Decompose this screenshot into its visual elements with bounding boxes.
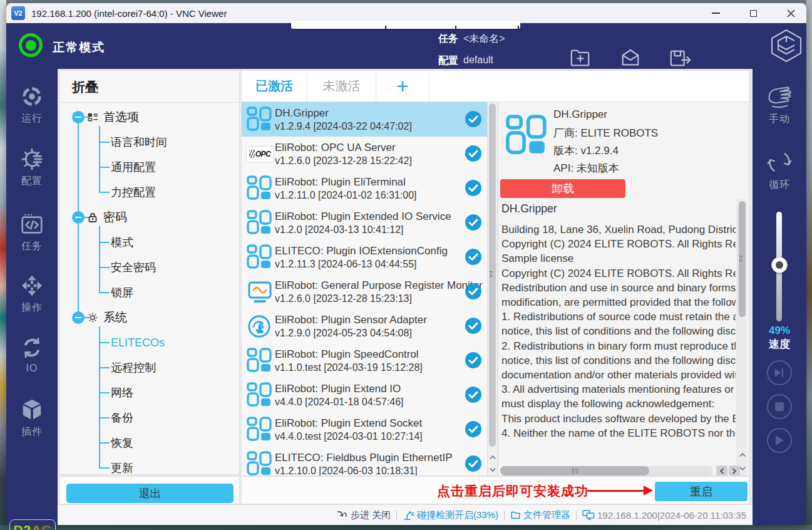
- tab-not-activated[interactable]: 未激活: [307, 71, 376, 101]
- tree-item-network[interactable]: 网络: [111, 385, 133, 400]
- plugin-row[interactable]: ELITECO: Fieldbus Plugin EthernetIPv1.2.…: [242, 447, 497, 476]
- step-status[interactable]: 步进 关闭: [337, 509, 391, 521]
- tree-connector: [99, 167, 110, 168]
- plugin-row[interactable]: EliRobot: Plugin SpeedControlv1.1.0.test…: [242, 343, 497, 378]
- collapse-toggle-icon[interactable]: [72, 111, 85, 123]
- tree-item-remote-control[interactable]: 远程控制: [111, 360, 156, 375]
- step-forward-button[interactable]: [767, 360, 792, 385]
- tab-activated[interactable]: 已激活: [242, 71, 307, 101]
- scroll-up-button[interactable]: [488, 451, 498, 464]
- plugin-squares-icon: [246, 244, 274, 271]
- vnc-logo-icon: V2: [11, 6, 25, 20]
- plugin-row[interactable]: EliRobot: General Purpose Register Monit…: [242, 274, 497, 309]
- plugin-row[interactable]: ELITECO: Plugin IOExtensionConfigv1.2.11…: [242, 240, 497, 274]
- detail-vendor: 厂商: ELITE ROBOTS: [553, 126, 658, 140]
- tree-connector: [99, 442, 110, 444]
- manual-mode-button[interactable]: 手动: [753, 85, 806, 126]
- plugin-row[interactable]: EliRobot: Plugin Extended IO Servicev1.2…: [242, 205, 497, 240]
- tree-item-backup[interactable]: 备份: [111, 410, 133, 425]
- tree-item-lock-screen[interactable]: 锁屏: [111, 285, 133, 300]
- plugin-row[interactable]: EliRobot: Plugin Extend IOv4.4.0 [2024-0…: [242, 378, 497, 412]
- detail-name: DH.Gripper: [553, 108, 607, 121]
- manual-label: 手动: [769, 113, 790, 126]
- task-value[interactable]: <未命名>: [463, 33, 505, 46]
- sidebar-item-plugin[interactable]: 插件: [6, 393, 58, 442]
- divider: [59, 102, 239, 103]
- task-label: 任务: [438, 33, 458, 46]
- scroll-up-button[interactable]: [737, 449, 748, 461]
- tree-item-update[interactable]: 更新: [111, 460, 133, 475]
- plugin-row[interactable]: OPC EliRobot: OPC UA Serverv1.2.6.0 [202…: [242, 137, 497, 171]
- tree-item-mode[interactable]: 模式: [111, 235, 133, 250]
- detail-api: API: 未知版本: [553, 161, 619, 175]
- check-badge-icon: [465, 455, 481, 472]
- plugin-row[interactable]: EliRobot: Plugin Extend Socketv4.4.0.tes…: [242, 412, 497, 447]
- opc-logo-icon: OPC: [246, 146, 274, 162]
- mode-status-icon[interactable]: [19, 33, 43, 57]
- stop-icon: [775, 402, 784, 411]
- close-button[interactable]: [776, 3, 805, 23]
- scroll-down-button[interactable]: [488, 464, 498, 476]
- tree-item-elitecos[interactable]: ELITECOs: [111, 335, 165, 350]
- file-manager-link[interactable]: 文件管理器: [510, 509, 570, 521]
- plugin-squares-icon: [246, 382, 274, 409]
- stop-button[interactable]: [767, 394, 792, 419]
- sidebar-item-operate[interactable]: 操作: [6, 269, 58, 318]
- new-file-icon: [570, 47, 591, 68]
- collapse-toggle-icon[interactable]: [72, 211, 85, 224]
- add-plugin-tab[interactable]: +: [376, 71, 429, 101]
- step-icon: [337, 510, 348, 520]
- collapse-toggle-icon[interactable]: [72, 311, 85, 324]
- cycle-mode-button[interactable]: 循环: [753, 149, 806, 192]
- restart-annotation: 点击重启后即可安装成功: [437, 482, 588, 500]
- collision-status[interactable]: 碰撞检测开启(33%): [403, 509, 498, 521]
- tree-item-restore[interactable]: 恢复: [111, 435, 133, 450]
- plugin-row[interactable]: EliRobot: Plugin EliTerminalv1.2.11.0 [2…: [242, 171, 497, 205]
- sidebar-item-io[interactable]: IO: [6, 331, 58, 380]
- tree-panel-title: 折叠: [72, 78, 98, 96]
- d2ac-badge[interactable]: D2AC: [9, 519, 56, 530]
- plugin-row[interactable]: DH.Gripperv1.2.9.4 [2024-03-22 04:47:02]: [242, 102, 497, 137]
- hand-icon: [764, 85, 794, 110]
- vnc-toolbar-strip[interactable]: [291, 21, 520, 29]
- sidebar-item-label: 配置: [21, 175, 43, 188]
- plugin-row[interactable]: EliRobot: Plugin Sensor Adapterv1.2.9.0 …: [242, 309, 497, 343]
- check-badge-icon: [465, 214, 481, 231]
- plugin-detail-panel: DH.Gripper 厂商: ELITE ROBOTS 版本: v1.2.9.4…: [498, 102, 749, 476]
- sensor-touch-icon: [246, 313, 272, 340]
- toolbar-tick: [518, 26, 519, 29]
- sidebar-item-run[interactable]: 运行: [6, 80, 58, 129]
- scroll-left-button[interactable]: [716, 465, 727, 476]
- tree-item-system[interactable]: 系统: [103, 310, 127, 325]
- speed-slider-thumb[interactable]: [771, 257, 788, 273]
- scrollbar-thumb[interactable]: [500, 466, 649, 475]
- maximize-button[interactable]: [739, 3, 768, 23]
- tree-item-language-time[interactable]: 语言和时间: [111, 135, 167, 150]
- config-value[interactable]: default: [463, 55, 493, 66]
- tree-item-safety-password[interactable]: 安全密码: [111, 260, 156, 275]
- minimize-button[interactable]: [701, 3, 730, 23]
- sidebar-item-task[interactable]: 任务: [6, 208, 58, 257]
- sidebar-item-config[interactable]: 配置: [6, 143, 58, 192]
- plugin-squares-icon: [246, 106, 274, 133]
- play-button[interactable]: [767, 428, 792, 453]
- exit-button[interactable]: 退出: [66, 484, 234, 503]
- tree-connector: [78, 123, 79, 211]
- list-scrollbar[interactable]: [487, 102, 497, 476]
- tree-item-force-config[interactable]: 力控配置: [111, 185, 156, 200]
- mode-label: 正常模式: [53, 39, 105, 56]
- tree-connector: [99, 392, 110, 393]
- tree-item-preferences[interactable]: 首选项: [103, 110, 139, 125]
- uninstall-button[interactable]: 卸载: [500, 179, 625, 198]
- plugin-squares-icon: [246, 416, 274, 444]
- annotation-arrow: [587, 490, 645, 492]
- license-vertical-scrollbar[interactable]: [737, 199, 747, 476]
- tree-item-general-config[interactable]: 通用配置: [111, 160, 156, 175]
- tree-item-password[interactable]: 密码: [103, 210, 127, 225]
- scroll-right-button[interactable]: [729, 465, 740, 476]
- restart-button[interactable]: 重启: [655, 482, 748, 501]
- tree-connector: [99, 267, 110, 268]
- register-monitor-icon: [246, 278, 274, 306]
- speed-label: 速度: [753, 337, 806, 351]
- desktop: V2 192.168.1.200 (intel-corei7-64:0) - V…: [0, 0, 812, 530]
